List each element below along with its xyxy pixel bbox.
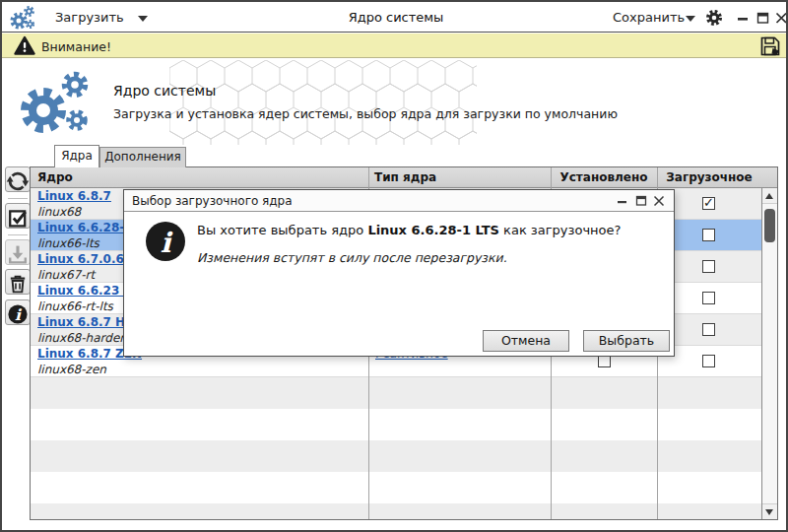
select-all-button[interactable]: [5, 203, 31, 229]
dialog-title: Выбор загрузочного ядра: [132, 194, 293, 208]
info-icon: i: [6, 302, 30, 326]
minimize-button[interactable]: [737, 12, 750, 25]
column-header-type[interactable]: Тип ядра: [374, 170, 436, 184]
column-header-kernel[interactable]: Ядро: [37, 170, 73, 184]
page-header: Ядро системы Загрузка и установка ядер с…: [2, 58, 786, 146]
vertical-scrollbar[interactable]: [761, 188, 777, 519]
empty-row-band: [31, 503, 761, 519]
gears-icon: [10, 5, 35, 31]
message-kernel-name: Linux 6.6.28-1 LTS: [367, 223, 499, 237]
warning-triangle-icon: [14, 35, 35, 56]
changelog-button[interactable]: i: [5, 299, 31, 325]
refresh-icon: [6, 169, 30, 193]
dialog-note: Изменения вступят в силу после перезагру…: [197, 250, 507, 265]
boot-kernel-dialog: Выбор загрузочного ядра i Вы хотите выбр…: [123, 189, 675, 357]
hexagon-pattern: [169, 60, 477, 145]
page-title: Ядро системы: [113, 83, 216, 99]
dialog-maximize-button[interactable]: [635, 195, 647, 207]
scroll-down-button[interactable]: [762, 503, 777, 519]
empty-row-band: [31, 409, 761, 440]
toolbar: Загрузить Ядро системы Сохранить: [2, 2, 786, 33]
bootable-checkbox[interactable]: [702, 292, 715, 304]
bootable-checkbox[interactable]: ✓: [702, 197, 715, 210]
download-icon: [6, 242, 30, 266]
window-title: Ядро системы: [248, 10, 544, 25]
kernel-link[interactable]: Linux 6.8.7: [37, 189, 111, 203]
table-header: Ядро Тип ядра Установлено Загрузочное: [31, 167, 777, 188]
download-button[interactable]: [5, 239, 31, 265]
scrollbar-thumb[interactable]: [764, 209, 775, 242]
message-prefix: Вы хотите выбрать ядро: [197, 223, 367, 237]
save-caret-icon: [686, 16, 695, 22]
scroll-up-button[interactable]: [762, 188, 777, 204]
message-suffix: как загрузочное?: [499, 223, 622, 237]
sidebar-separator: [8, 198, 28, 199]
bootable-checkbox[interactable]: [702, 323, 715, 336]
save-menu-button[interactable]: Сохранить: [613, 10, 685, 25]
select-checkbox-icon: [6, 206, 30, 230]
bootable-checkbox[interactable]: [702, 260, 715, 273]
sidebar-separator: [8, 234, 28, 235]
dialog-message: Вы хотите выбрать ядро Linux 6.6.28-1 LT…: [197, 223, 621, 237]
refresh-button[interactable]: [5, 166, 31, 192]
column-header-installed[interactable]: Установлено: [551, 170, 657, 184]
trash-icon: [6, 272, 30, 296]
load-menu-button[interactable]: Загрузить: [55, 10, 124, 25]
empty-row-band: [31, 377, 761, 409]
arrow-down-icon: [765, 509, 773, 515]
gear-icon[interactable]: [705, 9, 723, 27]
arrow-up-icon: [765, 193, 773, 199]
kernel-module-icon: [18, 69, 97, 138]
dialog-minimize-button[interactable]: [617, 195, 628, 207]
kernel-package: linux66-lts: [37, 236, 99, 250]
dialog-close-button[interactable]: [653, 195, 665, 207]
kernel-package: linux67-rt: [37, 268, 95, 282]
maximize-button[interactable]: [756, 12, 769, 25]
tab-kernels[interactable]: Ядра: [54, 145, 99, 167]
warning-bar: Внимание!: [2, 33, 786, 58]
kernel-package: linux66-rt-lts: [37, 299, 113, 313]
floppy-save-icon[interactable]: [758, 34, 782, 58]
load-caret-icon: [138, 16, 148, 22]
remove-button[interactable]: [5, 269, 31, 295]
tab-addons[interactable]: Дополнения: [99, 147, 186, 167]
kernel-package: linux68: [37, 205, 81, 219]
warning-text: Внимание!: [41, 39, 111, 54]
column-header-bootable[interactable]: Загрузочное: [657, 170, 761, 184]
info-icon: i: [144, 220, 187, 263]
bootable-checkbox[interactable]: [702, 355, 715, 367]
select-button[interactable]: Выбрать: [583, 330, 670, 352]
dialog-titlebar[interactable]: Выбор загрузочного ядра: [124, 190, 674, 212]
app-window: Загрузить Ядро системы Сохранить Внимани…: [0, 0, 788, 532]
close-button[interactable]: [775, 12, 788, 25]
page-subtitle: Загрузка и установка ядер системы, выбор…: [113, 106, 618, 121]
cancel-button[interactable]: Отмена: [483, 330, 569, 352]
empty-row-band: [31, 472, 761, 503]
empty-row-band: [31, 440, 761, 472]
kernel-package: linux68-zen: [37, 363, 106, 376]
bootable-checkbox[interactable]: [702, 229, 715, 241]
